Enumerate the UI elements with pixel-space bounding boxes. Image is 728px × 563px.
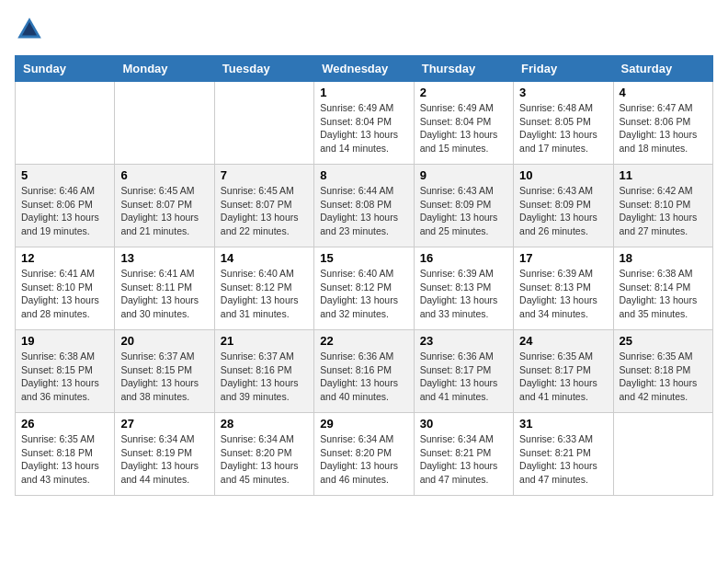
day-number: 20 (120, 334, 208, 348)
day-info: Sunrise: 6:36 AM Sunset: 8:16 PM Dayligh… (320, 350, 407, 404)
logo (15, 15, 48, 44)
calendar-cell: 7Sunrise: 6:45 AM Sunset: 8:07 PM Daylig… (214, 165, 313, 247)
logo-icon (15, 15, 44, 44)
calendar-cell: 1Sunrise: 6:49 AM Sunset: 8:04 PM Daylig… (314, 82, 414, 165)
day-info: Sunrise: 6:42 AM Sunset: 8:10 PM Dayligh… (620, 184, 707, 238)
day-number: 15 (320, 251, 407, 265)
day-info: Sunrise: 6:46 AM Sunset: 8:06 PM Dayligh… (21, 184, 108, 238)
calendar-cell: 15Sunrise: 6:40 AM Sunset: 8:12 PM Dayli… (314, 247, 414, 330)
calendar-cell: 20Sunrise: 6:37 AM Sunset: 8:15 PM Dayli… (115, 330, 214, 413)
header (15, 15, 713, 44)
day-number: 10 (519, 168, 607, 182)
day-info: Sunrise: 6:39 AM Sunset: 8:13 PM Dayligh… (420, 267, 507, 321)
day-number: 9 (420, 168, 507, 182)
day-info: Sunrise: 6:36 AM Sunset: 8:17 PM Dayligh… (420, 350, 507, 404)
calendar-cell: 10Sunrise: 6:43 AM Sunset: 8:09 PM Dayli… (514, 165, 613, 247)
day-info: Sunrise: 6:37 AM Sunset: 8:16 PM Dayligh… (221, 350, 308, 404)
day-info: Sunrise: 6:39 AM Sunset: 8:13 PM Dayligh… (519, 267, 607, 321)
day-number: 18 (620, 251, 707, 265)
day-number: 2 (420, 86, 507, 99)
day-number: 14 (221, 251, 308, 265)
calendar-cell (16, 82, 115, 165)
day-number: 11 (620, 168, 707, 182)
day-info: Sunrise: 6:40 AM Sunset: 8:12 PM Dayligh… (320, 267, 407, 321)
day-number: 19 (21, 334, 108, 348)
day-info: Sunrise: 6:38 AM Sunset: 8:15 PM Dayligh… (21, 350, 108, 404)
col-header-tuesday: Tuesday (214, 56, 313, 82)
calendar-cell: 6Sunrise: 6:45 AM Sunset: 8:07 PM Daylig… (115, 165, 214, 247)
calendar-cell: 30Sunrise: 6:34 AM Sunset: 8:21 PM Dayli… (414, 413, 513, 496)
calendar-cell: 16Sunrise: 6:39 AM Sunset: 8:13 PM Dayli… (414, 247, 513, 330)
day-number: 21 (221, 334, 308, 348)
calendar-cell: 28Sunrise: 6:34 AM Sunset: 8:20 PM Dayli… (214, 413, 313, 496)
col-header-wednesday: Wednesday (314, 56, 414, 82)
calendar-cell: 12Sunrise: 6:41 AM Sunset: 8:10 PM Dayli… (16, 247, 115, 330)
day-info: Sunrise: 6:37 AM Sunset: 8:15 PM Dayligh… (120, 350, 208, 404)
calendar-cell: 29Sunrise: 6:34 AM Sunset: 8:20 PM Dayli… (314, 413, 414, 496)
calendar-cell (214, 82, 313, 165)
day-info: Sunrise: 6:45 AM Sunset: 8:07 PM Dayligh… (120, 184, 208, 238)
week-row-0: 1Sunrise: 6:49 AM Sunset: 8:04 PM Daylig… (16, 82, 713, 165)
calendar-cell: 31Sunrise: 6:33 AM Sunset: 8:21 PM Dayli… (514, 413, 613, 496)
day-number: 7 (221, 168, 308, 182)
day-number: 5 (21, 168, 108, 182)
day-info: Sunrise: 6:43 AM Sunset: 8:09 PM Dayligh… (519, 184, 607, 238)
calendar-cell (115, 82, 214, 165)
day-info: Sunrise: 6:41 AM Sunset: 8:10 PM Dayligh… (21, 267, 108, 321)
day-number: 1 (320, 86, 407, 99)
calendar: SundayMondayTuesdayWednesdayThursdayFrid… (15, 55, 713, 496)
calendar-cell: 22Sunrise: 6:36 AM Sunset: 8:16 PM Dayli… (314, 330, 414, 413)
day-info: Sunrise: 6:49 AM Sunset: 8:04 PM Dayligh… (320, 101, 407, 155)
calendar-cell: 19Sunrise: 6:38 AM Sunset: 8:15 PM Dayli… (16, 330, 115, 413)
day-info: Sunrise: 6:34 AM Sunset: 8:19 PM Dayligh… (120, 432, 208, 487)
calendar-cell: 5Sunrise: 6:46 AM Sunset: 8:06 PM Daylig… (16, 165, 115, 247)
day-number: 27 (120, 417, 208, 431)
day-info: Sunrise: 6:35 AM Sunset: 8:18 PM Dayligh… (620, 350, 707, 404)
col-header-sunday: Sunday (16, 56, 115, 82)
day-number: 23 (420, 334, 507, 348)
day-number: 25 (620, 334, 707, 348)
day-info: Sunrise: 6:34 AM Sunset: 8:21 PM Dayligh… (420, 432, 507, 487)
calendar-cell (613, 413, 712, 496)
calendar-cell: 24Sunrise: 6:35 AM Sunset: 8:17 PM Dayli… (514, 330, 613, 413)
day-info: Sunrise: 6:35 AM Sunset: 8:17 PM Dayligh… (519, 350, 607, 404)
day-number: 31 (519, 417, 607, 431)
col-header-thursday: Thursday (414, 56, 513, 82)
day-number: 6 (120, 168, 208, 182)
calendar-cell: 2Sunrise: 6:49 AM Sunset: 8:04 PM Daylig… (414, 82, 513, 165)
calendar-cell: 14Sunrise: 6:40 AM Sunset: 8:12 PM Dayli… (214, 247, 313, 330)
calendar-cell: 11Sunrise: 6:42 AM Sunset: 8:10 PM Dayli… (613, 165, 712, 247)
day-info: Sunrise: 6:41 AM Sunset: 8:11 PM Dayligh… (120, 267, 208, 321)
calendar-cell: 17Sunrise: 6:39 AM Sunset: 8:13 PM Dayli… (514, 247, 613, 330)
day-info: Sunrise: 6:33 AM Sunset: 8:21 PM Dayligh… (519, 432, 607, 487)
day-number: 24 (519, 334, 607, 348)
day-info: Sunrise: 6:49 AM Sunset: 8:04 PM Dayligh… (420, 101, 507, 155)
week-row-3: 19Sunrise: 6:38 AM Sunset: 8:15 PM Dayli… (16, 330, 713, 413)
day-number: 4 (620, 86, 707, 99)
calendar-cell: 18Sunrise: 6:38 AM Sunset: 8:14 PM Dayli… (613, 247, 712, 330)
calendar-cell: 26Sunrise: 6:35 AM Sunset: 8:18 PM Dayli… (16, 413, 115, 496)
col-header-monday: Monday (115, 56, 214, 82)
calendar-cell: 8Sunrise: 6:44 AM Sunset: 8:08 PM Daylig… (314, 165, 414, 247)
day-number: 3 (519, 86, 607, 99)
day-info: Sunrise: 6:35 AM Sunset: 8:18 PM Dayligh… (21, 432, 108, 487)
day-info: Sunrise: 6:38 AM Sunset: 8:14 PM Dayligh… (620, 267, 707, 321)
calendar-cell: 21Sunrise: 6:37 AM Sunset: 8:16 PM Dayli… (214, 330, 313, 413)
calendar-cell: 13Sunrise: 6:41 AM Sunset: 8:11 PM Dayli… (115, 247, 214, 330)
day-number: 17 (519, 251, 607, 265)
calendar-cell: 27Sunrise: 6:34 AM Sunset: 8:19 PM Dayli… (115, 413, 214, 496)
day-number: 29 (320, 417, 407, 431)
day-number: 16 (420, 251, 507, 265)
day-info: Sunrise: 6:34 AM Sunset: 8:20 PM Dayligh… (320, 432, 407, 487)
day-number: 13 (120, 251, 208, 265)
col-header-saturday: Saturday (613, 56, 712, 82)
calendar-cell: 25Sunrise: 6:35 AM Sunset: 8:18 PM Dayli… (613, 330, 712, 413)
day-info: Sunrise: 6:44 AM Sunset: 8:08 PM Dayligh… (320, 184, 407, 238)
day-number: 12 (21, 251, 108, 265)
calendar-cell: 4Sunrise: 6:47 AM Sunset: 8:06 PM Daylig… (613, 82, 712, 165)
day-number: 8 (320, 168, 407, 182)
day-number: 28 (221, 417, 308, 431)
day-number: 26 (21, 417, 108, 431)
day-info: Sunrise: 6:47 AM Sunset: 8:06 PM Dayligh… (620, 101, 707, 155)
week-row-2: 12Sunrise: 6:41 AM Sunset: 8:10 PM Dayli… (16, 247, 713, 330)
